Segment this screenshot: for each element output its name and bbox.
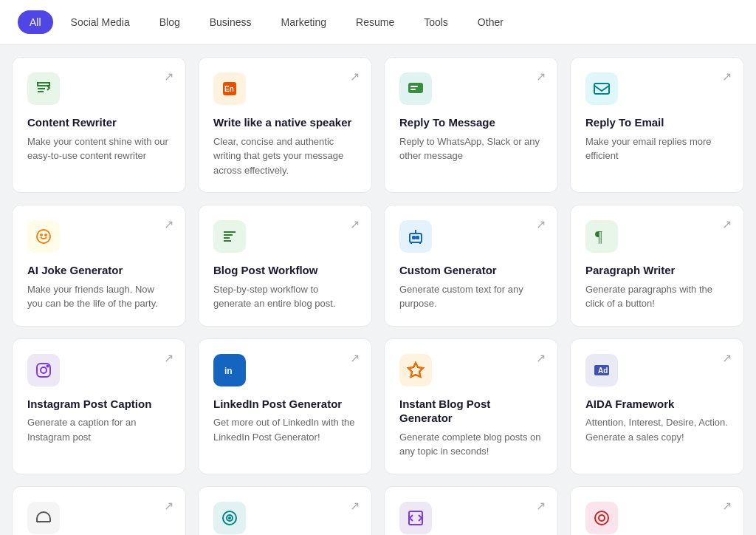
card-icon-blog-workflow	[213, 220, 246, 253]
cards-grid: ↗ Content Rewriter Make your content shi…	[0, 45, 756, 535]
card-desc-blog-post-instant: Generate complete blog posts on any topi…	[399, 430, 543, 459]
card-desc-paragraph-writer: Generate paragraphs with the click of a …	[585, 282, 729, 311]
card-expand-icon-blog-workflow[interactable]: ↗	[350, 217, 360, 231]
svg-rect-4	[410, 89, 416, 90]
card-expand-icon-content-summarizer[interactable]: ↗	[722, 499, 732, 513]
card-expand-icon-before-after[interactable]: ↗	[164, 499, 173, 513]
card-icon-blog-post-instant	[399, 354, 432, 386]
card-desc-native-speaker: Clear, concise and authentic writing tha…	[213, 134, 357, 178]
card-before-after[interactable]: ↗ Before-After-Bridge	[12, 486, 186, 536]
card-expand-icon-joke-generator[interactable]: ↗	[164, 217, 173, 231]
card-icon-native-speaker: En	[213, 72, 246, 105]
card-desc-blog-workflow: Step-by-step workflow to generate an ent…	[213, 282, 357, 311]
card-icon-pas-framework	[213, 502, 246, 534]
card-icon-reply-message	[399, 72, 432, 105]
card-desc-instagram-caption: Generate a caption for an Instagram post	[27, 415, 171, 444]
svg-text:Ad: Ad	[598, 367, 608, 375]
svg-text:in: in	[224, 366, 233, 376]
card-expand-icon-blog-post-instant[interactable]: ↗	[536, 351, 546, 365]
card-desc-aida: Attention, Interest, Desire, Action. Gen…	[585, 415, 729, 444]
card-blog-post-instant[interactable]: ↗ Instant Blog Post Generator Generate c…	[384, 338, 558, 474]
card-title-blog-workflow: Blog Post Workflow	[213, 263, 357, 278]
card-title-instagram-caption: Instagram Post Caption	[27, 397, 171, 412]
card-expand-icon-sentence-expander[interactable]: ↗	[536, 499, 546, 513]
card-desc-joke-generator: Make your friends laugh. Now you can be …	[27, 282, 171, 311]
card-content-summarizer[interactable]: ↗ Content Summarizer	[570, 486, 744, 536]
card-expand-icon-paragraph-writer[interactable]: ↗	[722, 217, 732, 231]
nav-btn-tools[interactable]: Tools	[412, 10, 460, 34]
card-title-linkedin-generator: LinkedIn Post Generator	[213, 397, 357, 412]
card-expand-icon-content-rewriter[interactable]: ↗	[164, 69, 173, 84]
card-expand-icon-linkedin-generator[interactable]: ↗	[350, 351, 360, 365]
card-expand-icon-custom-generator[interactable]: ↗	[536, 217, 546, 231]
card-reply-message[interactable]: ↗ Reply To Message Reply to WhatsApp, Sl…	[384, 57, 558, 193]
svg-point-8	[45, 234, 47, 236]
nav-btn-all[interactable]: All	[18, 10, 53, 34]
card-icon-sentence-expander	[399, 502, 432, 534]
card-desc-custom-generator: Generate custom text for any purpose.	[399, 282, 543, 311]
card-custom-generator[interactable]: ↗ Custom Generator Generate custom text …	[384, 205, 558, 327]
svg-point-22	[229, 517, 230, 519]
svg-rect-3	[410, 86, 418, 87]
card-title-native-speaker: Write like a native speaker	[213, 115, 357, 130]
card-icon-content-rewriter	[27, 72, 60, 105]
card-icon-custom-generator	[399, 220, 432, 253]
nav-btn-blog[interactable]: Blog	[148, 10, 192, 34]
card-title-reply-email: Reply To Email	[585, 115, 729, 130]
svg-text:¶: ¶	[595, 228, 602, 245]
card-expand-icon-instagram-caption[interactable]: ↗	[164, 351, 173, 365]
card-linkedin-generator[interactable]: ↗ in LinkedIn Post Generator Get more ou…	[198, 338, 372, 474]
card-content-rewriter[interactable]: ↗ Content Rewriter Make your content shi…	[12, 57, 186, 193]
nav-btn-marketing[interactable]: Marketing	[269, 10, 338, 34]
card-title-blog-post-instant: Instant Blog Post Generator	[399, 397, 543, 426]
card-title-joke-generator: AI Joke Generator	[27, 263, 171, 278]
card-desc-linkedin-generator: Get more out of LinkedIn with the Linked…	[213, 415, 357, 444]
card-title-paragraph-writer: Paragraph Writer	[585, 263, 729, 278]
svg-rect-11	[416, 236, 419, 239]
svg-point-14	[41, 367, 47, 373]
card-icon-content-summarizer	[585, 502, 618, 534]
svg-point-15	[47, 365, 49, 367]
card-icon-reply-email	[585, 72, 618, 105]
card-icon-instagram-caption	[27, 354, 60, 386]
card-title-content-rewriter: Content Rewriter	[27, 115, 171, 130]
svg-text:En: En	[224, 85, 234, 93]
card-expand-icon-reply-message[interactable]: ↗	[536, 69, 546, 84]
card-blog-workflow[interactable]: ↗ Blog Post Workflow Step-by-step workfl…	[198, 205, 372, 327]
svg-point-24	[595, 511, 608, 525]
card-expand-icon-aida[interactable]: ↗	[722, 351, 732, 365]
card-icon-linkedin-generator: in	[213, 354, 246, 386]
card-icon-aida: Ad	[585, 354, 618, 386]
card-expand-icon-pas-framework[interactable]: ↗	[350, 499, 360, 513]
card-pas-framework[interactable]: ↗ PAS Framework	[198, 486, 372, 536]
card-title-reply-message: Reply To Message	[399, 115, 543, 130]
nav-btn-social-media[interactable]: Social Media	[59, 10, 142, 34]
nav-btn-business[interactable]: Business	[198, 10, 264, 34]
svg-point-6	[37, 230, 50, 243]
card-joke-generator[interactable]: ↗ AI Joke Generator Make your friends la…	[12, 205, 186, 327]
card-icon-before-after	[27, 502, 60, 534]
nav-btn-other[interactable]: Other	[466, 10, 515, 34]
card-sentence-expander[interactable]: ↗ Sentence Expander	[384, 486, 558, 536]
card-title-aida: AIDA Framework	[585, 397, 729, 412]
card-desc-reply-email: Make your email replies more efficient	[585, 134, 729, 163]
card-icon-paragraph-writer: ¶	[585, 220, 618, 253]
svg-rect-5	[594, 84, 609, 94]
svg-rect-23	[409, 511, 422, 525]
card-expand-icon-reply-email[interactable]: ↗	[722, 69, 732, 84]
card-paragraph-writer[interactable]: ↗ ¶ Paragraph Writer Generate paragraphs…	[570, 205, 744, 327]
card-desc-reply-message: Reply to WhatsApp, Slack or any other me…	[399, 134, 543, 163]
card-native-speaker[interactable]: ↗ En Write like a native speaker Clear, …	[198, 57, 372, 193]
card-title-custom-generator: Custom Generator	[399, 263, 543, 278]
nav-btn-resume[interactable]: Resume	[344, 10, 406, 34]
card-reply-email[interactable]: ↗ Reply To Email Make your email replies…	[570, 57, 744, 193]
card-instagram-caption[interactable]: ↗ Instagram Post Caption Generate a capt…	[12, 338, 186, 474]
card-expand-icon-native-speaker[interactable]: ↗	[350, 69, 360, 84]
svg-point-7	[41, 234, 42, 236]
svg-point-25	[599, 515, 605, 521]
top-navigation: AllSocial MediaBlogBusinessMarketingResu…	[0, 0, 756, 45]
card-aida[interactable]: ↗ Ad AIDA Framework Attention, Interest,…	[570, 338, 744, 474]
card-icon-joke-generator	[27, 220, 60, 253]
svg-rect-10	[413, 236, 415, 239]
card-desc-content-rewriter: Make your content shine with our easy-to…	[27, 134, 171, 163]
